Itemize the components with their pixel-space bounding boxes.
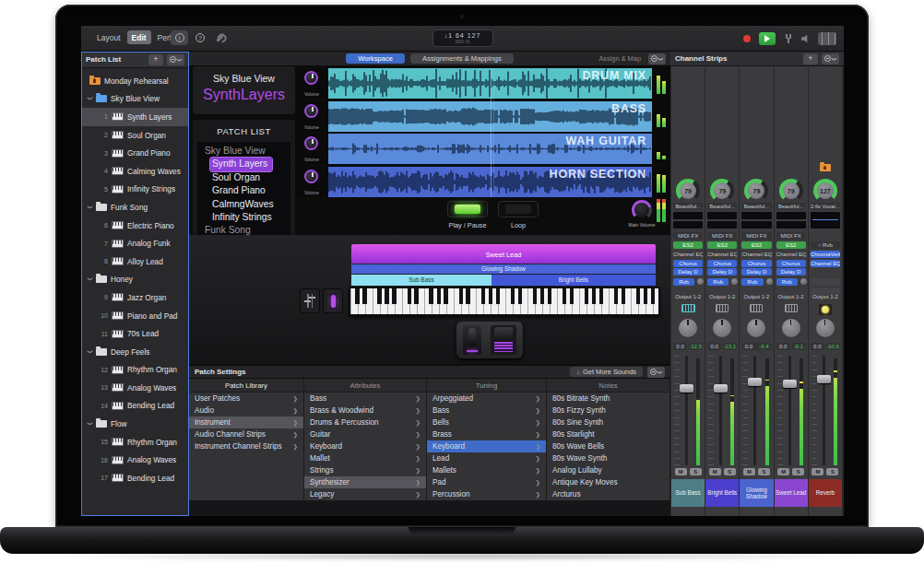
patch-row[interactable]: 17Bending Lead: [81, 469, 189, 487]
solo-button[interactable]: S: [690, 468, 702, 475]
channel-name[interactable]: Bright Bells: [705, 479, 739, 507]
audio-fx-slot[interactable]: Delay D: [776, 268, 806, 276]
sustain-pedal[interactable]: [463, 325, 481, 355]
audio-fx-slot[interactable]: Channel EQ: [741, 251, 771, 258]
midi-fx-slot[interactable]: MIDI FX: [673, 232, 703, 240]
mute-button[interactable]: M: [675, 468, 687, 475]
browser-row[interactable]: Keyboard❯: [304, 440, 426, 452]
output-slot[interactable]: Output 1-2: [707, 293, 737, 300]
audio-fx-slot[interactable]: Delay D: [741, 268, 771, 276]
browser-row[interactable]: Mallets❯: [427, 464, 546, 476]
pan-knob[interactable]: [816, 319, 835, 337]
widget-patch-row[interactable]: Infinity Strings: [197, 211, 290, 224]
browser-row[interactable]: 80s Starlight: [547, 428, 669, 440]
output-slot[interactable]: Output 1-2: [811, 293, 840, 300]
piano-keys[interactable]: [350, 288, 658, 314]
patch-settings-menu-button[interactable]: ❯: [647, 367, 665, 378]
patch-row[interactable]: 10Piano and Pad: [81, 307, 189, 325]
channel-strip[interactable]: 1272.6s Vocal...○ RvbChromaVerbChannel E…: [809, 66, 842, 516]
fader-cap[interactable]: [680, 384, 693, 393]
widget-patch-row[interactable]: Synth Layers: [210, 158, 272, 170]
send-slot[interactable]: Rvb: [707, 278, 729, 286]
track-volume-knob[interactable]: [304, 104, 318, 118]
assign-map-button[interactable]: Assign & Map: [598, 54, 641, 63]
midi-fx-slot[interactable]: MIDI FX: [776, 232, 806, 240]
column-header[interactable]: Tuning: [427, 379, 546, 393]
browser-row[interactable]: 80s Sine Synth: [547, 416, 669, 428]
browser-row[interactable]: Legacy❯: [304, 488, 426, 500]
widget-patch-row[interactable]: CalmngWaves: [197, 198, 290, 211]
widget-patch-row[interactable]: Grand Piano: [197, 184, 290, 197]
browser-row[interactable]: Antique Key Moves: [547, 476, 669, 488]
channel-strips-menu-button[interactable]: ❯: [822, 53, 839, 65]
browser-row[interactable]: Synthesizer❯: [304, 476, 426, 488]
fader-zone[interactable]: [776, 356, 806, 465]
tab-assignments-mappings[interactable]: Assignments & Mappings: [410, 53, 514, 64]
fader-cap[interactable]: [783, 380, 797, 388]
pan-readout[interactable]: 0.0: [811, 343, 824, 350]
record-button[interactable]: [743, 35, 751, 42]
browser-row[interactable]: 80s Fizzy Synth: [547, 405, 669, 416]
patch-row[interactable]: 9Jazz Organ: [81, 288, 189, 307]
channel-name[interactable]: Sub Bass: [671, 479, 705, 507]
patch-row[interactable]: 1170s Lead: [81, 324, 189, 343]
audio-fx-slot[interactable]: ChromaVerb: [811, 251, 840, 258]
fader-cap[interactable]: [817, 375, 831, 383]
send-slot[interactable]: Rvb: [673, 278, 694, 286]
patch-row[interactable]: 13Analog Waves: [81, 379, 189, 397]
browser-row[interactable]: Drums & Percussion❯: [304, 416, 426, 428]
set-folder-row[interactable]: ❯Deep Feels: [81, 343, 189, 361]
patch-row[interactable]: 1Synth Layers: [81, 108, 189, 126]
audio-fx-slot[interactable]: Channel EQ: [776, 251, 806, 258]
patch-list-menu-button[interactable]: ❯: [167, 54, 184, 65]
browser-row[interactable]: Arpeggiated❯: [427, 393, 546, 405]
patch-row[interactable]: 2Soul Organ: [81, 126, 189, 145]
channel-setting-button[interactable]: Beautiful...: [707, 203, 737, 210]
main-volume-knob[interactable]: [632, 200, 652, 220]
mute-button[interactable]: M: [743, 468, 755, 475]
strip-level-knob[interactable]: 79: [676, 179, 700, 203]
channel-setting-button[interactable]: Beautiful...: [673, 203, 703, 210]
master-mute-icon[interactable]: [801, 35, 810, 43]
layer-sweet-lead[interactable]: Sweet Lead: [351, 244, 656, 264]
output-slot[interactable]: Output 1-2: [776, 293, 806, 300]
patch-row[interactable]: 15Rhythm Organ: [81, 433, 189, 452]
channel-name[interactable]: Glowing Shadow: [740, 479, 773, 507]
audio-fx-slot[interactable]: Chorus: [776, 260, 806, 267]
solo-button[interactable]: S: [724, 468, 736, 475]
strip-level-knob[interactable]: 79: [744, 179, 768, 203]
volume-readout[interactable]: -13.1: [722, 343, 737, 350]
patch-row[interactable]: 6Electric Piano: [81, 217, 189, 235]
add-patch-button[interactable]: +: [148, 54, 163, 65]
fader-zone[interactable]: [811, 356, 840, 465]
fader-cap[interactable]: [714, 384, 728, 393]
pan-readout[interactable]: 0.0: [673, 343, 687, 350]
layer-sub-bass[interactable]: Sub Bass: [351, 275, 492, 286]
browser-row[interactable]: Audio Channel Strips❯: [189, 428, 303, 440]
set-folder-row[interactable]: ❯Funk Song: [81, 198, 189, 217]
wrench-icon[interactable]: [216, 34, 223, 41]
pan-readout[interactable]: 0.0: [741, 343, 755, 350]
expression-pedal[interactable]: [491, 325, 516, 355]
channel-strip[interactable]: 79Beautiful...MIDI FXES2Channel EQChorus…: [775, 66, 808, 516]
audio-fx-slot[interactable]: Delay D: [673, 268, 703, 276]
browser-row[interactable]: User Patches❯: [189, 393, 303, 405]
pan-readout[interactable]: 0.0: [707, 343, 721, 350]
mute-button[interactable]: M: [777, 468, 789, 475]
strip-level-knob[interactable]: 127: [813, 179, 837, 203]
keyboard-widget[interactable]: [349, 287, 660, 316]
volume-readout[interactable]: -9.1: [791, 343, 806, 350]
audio-fx-slot[interactable]: Chorus: [707, 260, 737, 267]
layer-glowing-shadow[interactable]: Glowing Shadow: [351, 264, 656, 274]
strip-level-knob[interactable]: 79: [710, 179, 734, 203]
send-level-knob[interactable]: [731, 278, 738, 285]
browser-row[interactable]: Lead❯: [427, 452, 546, 464]
browser-row[interactable]: Percussion❯: [427, 488, 546, 500]
browser-row[interactable]: Pad❯: [427, 476, 546, 488]
channel-strip[interactable]: 79Beautiful...MIDI FXES2Channel EQChorus…: [671, 66, 705, 516]
patch-row[interactable]: 5Infinity Strings: [81, 181, 189, 199]
track-volume-knob[interactable]: [304, 71, 318, 85]
output-slot[interactable]: Output 1-2: [741, 293, 771, 300]
workspace-menu-button[interactable]: ❯: [648, 53, 666, 65]
strip-level-knob[interactable]: 79: [779, 179, 803, 203]
